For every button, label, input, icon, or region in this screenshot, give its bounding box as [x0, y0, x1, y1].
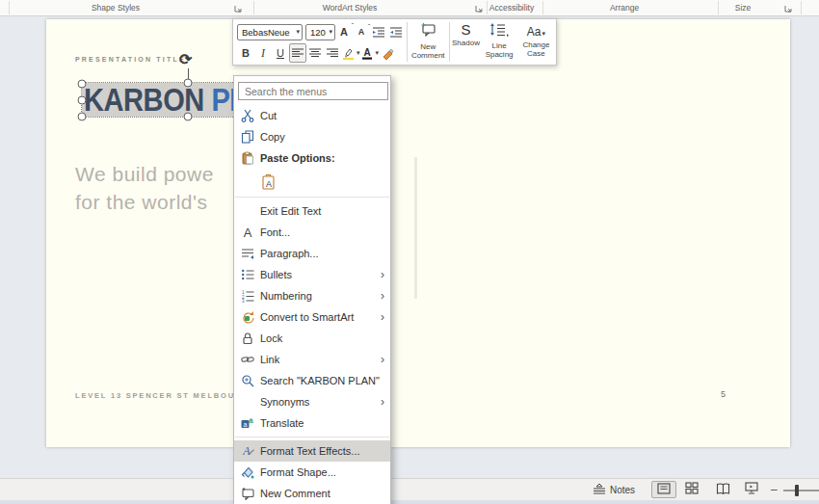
- increase-indent-icon[interactable]: [387, 22, 405, 41]
- presentation-title-eyebrow: PRESENTATION TITLE: [75, 56, 186, 63]
- reading-view-icon: [716, 481, 730, 498]
- menu-item-copy[interactable]: Copy: [234, 126, 390, 147]
- ribbon-separator: [487, 1, 488, 14]
- line-spacing-button[interactable]: Line Spacing: [482, 19, 516, 65]
- down-caret-icon: ˇ: [368, 23, 370, 30]
- zoom-out-button[interactable]: –: [771, 479, 778, 500]
- notes-button[interactable]: Notes: [593, 479, 635, 500]
- slide-body-text[interactable]: We build powe for the world's: [75, 160, 214, 216]
- menu-item-convert-to-smartart[interactable]: Convert to SmartArt›: [234, 306, 390, 328]
- chevron-down-icon: ▾: [293, 28, 300, 36]
- chevron-down-icon: ▾: [326, 28, 332, 36]
- notes-label: Notes: [610, 485, 635, 495]
- link-icon: [241, 353, 260, 366]
- slide-sorter-icon: [685, 481, 699, 498]
- text-highlight-color-button[interactable]: [341, 43, 356, 63]
- menu-item-paste-options: Paste Options:: [234, 147, 390, 169]
- italic-button[interactable]: I: [254, 43, 272, 63]
- bold-button[interactable]: B: [237, 43, 254, 63]
- decrease-indent-icon[interactable]: [370, 22, 387, 41]
- paste-options-row: A: [234, 169, 390, 194]
- menu-item-lock[interactable]: Lock: [234, 328, 390, 349]
- context-menu: Cut Copy Paste Options: A Exit Edit Text…: [233, 75, 391, 504]
- svg-text:A: A: [242, 444, 251, 458]
- selection-handle-bottom-center[interactable]: [184, 113, 193, 121]
- status-bar: Notes –: [0, 478, 819, 500]
- selection-handle-top-left[interactable]: [78, 80, 87, 89]
- faint-vertical-line: [414, 157, 417, 299]
- align-right-button[interactable]: [324, 43, 341, 63]
- menu-item-format-text-effects[interactable]: A Format Text Effects...: [234, 440, 390, 462]
- menu-separator: [235, 197, 389, 198]
- view-normal-button[interactable]: [651, 481, 676, 498]
- new-comment-icon: [420, 22, 436, 41]
- ribbon-separator: [801, 1, 802, 14]
- search-icon: [241, 374, 260, 387]
- ribbon-separator: [718, 1, 719, 14]
- font-color-button[interactable]: A: [360, 43, 375, 63]
- font-icon: A: [241, 225, 260, 239]
- size-dialog-launcher-icon[interactable]: [783, 4, 793, 13]
- underline-button[interactable]: U: [272, 43, 289, 63]
- menu-item-paragraph[interactable]: Paragraph...: [234, 243, 390, 264]
- shrink-font-button[interactable]: Aˇ: [353, 22, 370, 41]
- menu-item-translate[interactable]: aā Translate: [234, 412, 390, 434]
- svg-text:A: A: [266, 179, 272, 189]
- lock-icon: [241, 332, 260, 345]
- ribbon-separator: [253, 1, 254, 14]
- selection-handle-bottom-left[interactable]: [78, 113, 87, 121]
- rotate-handle-icon[interactable]: ⟳: [179, 50, 192, 68]
- menu-item-new-comment[interactable]: New Comment: [234, 483, 390, 504]
- grow-font-button[interactable]: Aˆ: [335, 22, 353, 41]
- paste-keep-text-only-icon[interactable]: A: [258, 171, 279, 192]
- format-painter-icon[interactable]: [379, 43, 396, 63]
- menu-item-format-shape[interactable]: Format Shape...: [234, 462, 390, 483]
- smartart-icon: [241, 310, 260, 324]
- numbering-icon: 123: [241, 289, 260, 303]
- menu-item-search-selection[interactable]: Search "KARBON PLAN": [234, 370, 390, 391]
- align-left-button[interactable]: [289, 43, 306, 63]
- body-line: We build powe: [75, 160, 214, 188]
- zoom-slider-track[interactable]: [783, 490, 819, 491]
- ribbon-group-shape-styles: Shape Styles: [92, 3, 140, 13]
- submenu-arrow-icon: ›: [381, 310, 384, 324]
- shadow-button[interactable]: S Shadow: [450, 19, 483, 65]
- submenu-arrow-icon: ›: [381, 289, 384, 303]
- translate-icon: aā: [241, 416, 260, 430]
- slide-canvas[interactable]: PRESENTATION TITLE KARBON PLAN ⟳ We buil…: [46, 19, 790, 447]
- notes-icon: [593, 483, 606, 496]
- ribbon-separator: [9, 1, 10, 14]
- wordart-styles-dialog-launcher-icon[interactable]: [474, 4, 484, 13]
- app-window: Shape Styles WordArt Styles Accessibilit…: [0, 0, 819, 504]
- menu-item-cut[interactable]: Cut: [234, 105, 390, 126]
- svg-text:a: a: [244, 421, 248, 428]
- selection-handle-top-center[interactable]: [184, 79, 193, 88]
- menu-item-exit-edit-text[interactable]: Exit Edit Text: [234, 200, 390, 222]
- zoom-slider-handle[interactable]: [795, 485, 799, 496]
- format-shape-icon: [241, 465, 260, 479]
- menu-item-font[interactable]: A Font...: [234, 222, 390, 243]
- font-size-combo[interactable]: 120▾: [305, 24, 335, 40]
- new-comment-button[interactable]: New Comment: [408, 19, 449, 65]
- slide-footer-address: LEVEL 13 SPENCER ST MELBOU: [75, 391, 235, 400]
- svg-text:A: A: [244, 225, 252, 239]
- menu-item-synonyms[interactable]: Synonyms›: [234, 391, 390, 412]
- ribbon-group-accessibility: Accessibility: [489, 3, 534, 13]
- menu-item-numbering[interactable]: 123 Numbering›: [234, 285, 390, 306]
- view-slide-sorter-button[interactable]: [685, 479, 699, 500]
- menu-search-input[interactable]: [238, 82, 388, 100]
- align-center-button[interactable]: [306, 43, 324, 63]
- svg-text:ā: ā: [249, 416, 253, 425]
- view-reading-button[interactable]: [716, 479, 730, 500]
- change-case-button[interactable]: Aa▾ Change Case: [516, 19, 556, 65]
- font-name-combo[interactable]: BebasNeue▾: [237, 24, 303, 40]
- selection-handle-middle-left[interactable]: [78, 96, 87, 105]
- slide-title-primary: KARBON: [84, 82, 211, 118]
- ribbon-group-wordart-styles: WordArt Styles: [323, 3, 378, 13]
- font-name-value: BebasNeue: [242, 27, 290, 38]
- shape-styles-dialog-launcher-icon[interactable]: [233, 4, 243, 13]
- view-slideshow-button[interactable]: [745, 479, 758, 500]
- menu-item-link[interactable]: Link›: [234, 349, 390, 370]
- line-spacing-icon: [489, 22, 509, 40]
- menu-item-bullets[interactable]: Bullets›: [234, 264, 390, 285]
